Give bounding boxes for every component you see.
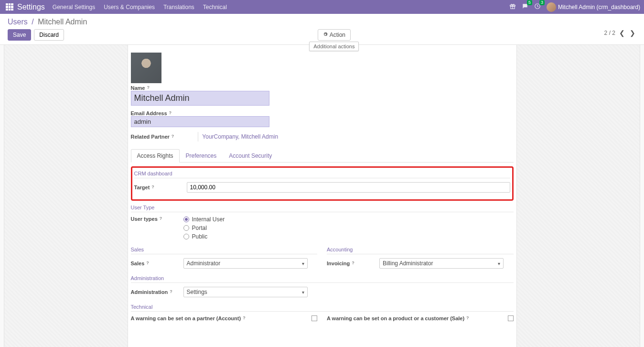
divider [198, 132, 198, 141]
warn-partner-checkbox[interactable] [311, 315, 317, 321]
app-title[interactable]: Settings [17, 3, 45, 11]
gift-icon[interactable] [509, 3, 516, 11]
section-usertype-title: User Type [131, 205, 514, 212]
apps-icon[interactable] [6, 3, 13, 11]
help-icon[interactable]: ? [160, 216, 162, 222]
tab-preferences[interactable]: Preferences [180, 149, 223, 163]
user-avatar[interactable] [131, 53, 161, 83]
breadcrumb-sep: / [32, 18, 33, 26]
section-sales-title: Sales [131, 247, 318, 254]
sales-label: Sales [131, 260, 145, 266]
cp-center: Action Additional actions [64, 29, 604, 41]
target-label: Target [134, 184, 150, 190]
action-label: Action [330, 32, 345, 38]
help-icon[interactable]: ? [170, 289, 172, 295]
help-icon[interactable]: ? [169, 110, 172, 115]
section-admin-title: Administration [131, 275, 514, 283]
control-panel: Users / Mitchell Admin Save Discard Acti… [0, 14, 644, 45]
menu-translations[interactable]: Translations [163, 4, 194, 11]
usertype-radio-group: Internal User Portal Public [183, 216, 225, 240]
radio-label: Portal [192, 225, 207, 231]
usertypes-label: User types [131, 216, 158, 222]
form-sheet: Name? Email Address? Related Partner? Yo… [128, 45, 517, 347]
gear-icon [323, 32, 328, 38]
help-icon[interactable]: ? [466, 315, 469, 321]
name-label: Name [131, 85, 145, 91]
menu-general-settings[interactable]: General Settings [53, 4, 95, 11]
pager-prev[interactable]: ❮ [618, 29, 626, 37]
admin-select[interactable]: Settings▾ [183, 287, 308, 297]
tabs: Access Rights Preferences Account Securi… [131, 149, 514, 163]
menu-users-companies[interactable]: Users & Companies [104, 4, 155, 11]
tab-access-rights[interactable]: Access Rights [131, 149, 180, 163]
save-button[interactable]: Save [8, 29, 31, 41]
help-icon[interactable]: ? [243, 315, 246, 321]
breadcrumb-root[interactable]: Users [8, 18, 28, 26]
crm-dashboard-section: CRM dashboard Target? [131, 166, 514, 201]
radio-portal[interactable] [183, 225, 189, 231]
top-navbar: Settings General Settings Users & Compan… [0, 0, 644, 14]
help-icon[interactable]: ? [147, 85, 150, 90]
radio-label: Public [192, 233, 208, 240]
invoicing-value: Billing Administrator [383, 260, 433, 267]
sales-select[interactable]: Administrator▾ [183, 258, 308, 269]
cp-left: Save Discard [8, 29, 64, 41]
messages-badge: 5 [527, 0, 532, 5]
help-icon[interactable]: ? [151, 184, 154, 190]
chevron-down-icon: ▾ [302, 261, 304, 266]
tab-account-security[interactable]: Account Security [223, 149, 278, 163]
pager-text: 2 / 2 [604, 30, 615, 36]
warn-product-label: A warning can be set on a product or a c… [327, 315, 464, 321]
messages-icon[interactable]: 5 [522, 3, 528, 11]
menu-technical[interactable]: Technical [203, 4, 227, 11]
email-input[interactable] [131, 116, 269, 127]
related-partner-link[interactable]: YourCompany, Mitchell Admin [202, 133, 278, 140]
invoicing-label: Invoicing [327, 260, 350, 266]
action-button[interactable]: Action [318, 29, 351, 41]
section-crm-title: CRM dashboard [134, 171, 510, 178]
radio-label: Internal User [192, 216, 225, 223]
user-name: Mitchell Admin (crm_dashboard) [558, 4, 640, 11]
radio-internal-user[interactable] [183, 217, 189, 222]
warn-product-checkbox[interactable] [508, 315, 514, 321]
avatar-icon [547, 2, 556, 12]
action-tooltip: Additional actions [309, 42, 359, 51]
warn-partner-label: A warning can be set on a partner (Accou… [131, 315, 241, 321]
discard-button[interactable]: Discard [34, 29, 64, 41]
tab-content: CRM dashboard Target? User Type User typ… [128, 163, 516, 332]
sales-value: Administrator [187, 260, 221, 267]
chevron-down-icon: ▾ [498, 261, 500, 266]
topbar-right: 5 3 Mitchell Admin (crm_dashboard) [509, 2, 640, 12]
help-icon[interactable]: ? [146, 260, 149, 266]
breadcrumb-current: Mitchell Admin [38, 18, 87, 26]
topbar-menu: General Settings Users & Companies Trans… [53, 4, 227, 11]
chevron-down-icon: ▾ [302, 290, 304, 295]
help-icon[interactable]: ? [352, 260, 354, 266]
pager-next[interactable]: ❯ [629, 29, 636, 37]
partner-label: Related Partner [131, 134, 170, 140]
radio-public[interactable] [183, 234, 189, 239]
section-accounting-title: Accounting [327, 247, 514, 254]
email-label: Email Address [131, 110, 167, 116]
activities-icon[interactable]: 3 [534, 3, 541, 11]
admin-value: Settings [187, 289, 207, 295]
help-icon[interactable]: ? [172, 134, 174, 139]
target-input[interactable] [187, 182, 510, 193]
pager: 2 / 2 ❮ ❯ [604, 29, 636, 37]
activities-badge: 3 [539, 0, 545, 5]
section-technical-title: Technical [131, 304, 514, 312]
invoicing-select[interactable]: Billing Administrator▾ [379, 258, 504, 269]
breadcrumb: Users / Mitchell Admin [8, 18, 636, 26]
content-area: Name? Email Address? Related Partner? Yo… [4, 45, 640, 347]
admin-label: Administration [131, 289, 168, 295]
user-menu[interactable]: Mitchell Admin (crm_dashboard) [547, 2, 640, 12]
name-input[interactable] [131, 91, 269, 106]
